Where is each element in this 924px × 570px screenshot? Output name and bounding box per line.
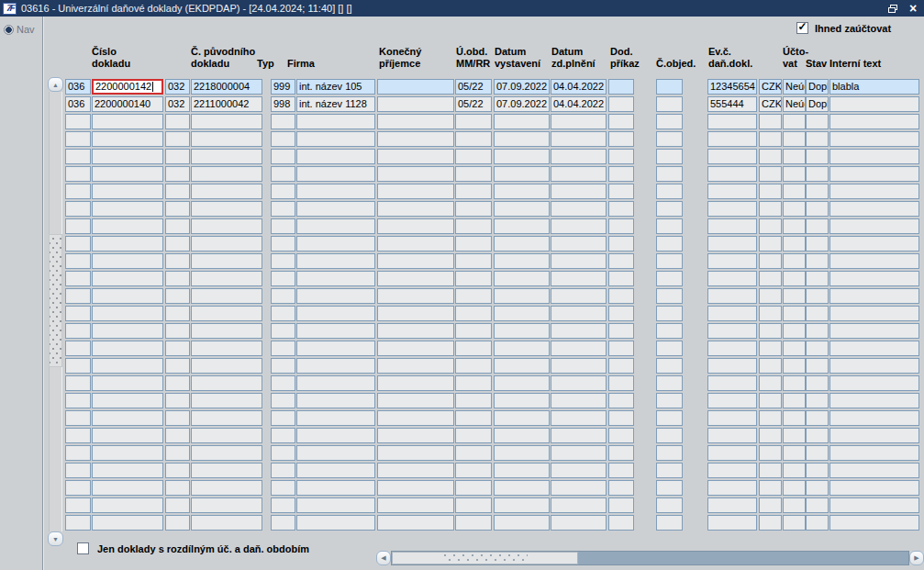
grid-cell[interactable] [165, 428, 190, 443]
grid-cell[interactable] [707, 131, 757, 147]
grid-cell[interactable] [271, 393, 295, 408]
grid-cell[interactable] [707, 410, 757, 426]
grid-cell[interactable] [806, 358, 829, 374]
grid-cell[interactable] [608, 114, 634, 129]
grid-cell[interactable] [783, 288, 806, 304]
grid-cell[interactable] [271, 149, 295, 164]
grid-cell[interactable] [165, 271, 190, 286]
grid-cell[interactable] [551, 114, 607, 129]
vertical-scrollbar-thumb[interactable] [49, 234, 62, 367]
grid-cell[interactable] [759, 288, 782, 304]
grid-cell[interactable] [165, 236, 190, 251]
grid-cell[interactable] [806, 445, 829, 461]
grid-cell[interactable] [65, 114, 91, 129]
grid-cell[interactable] [296, 428, 375, 443]
grid-cell[interactable] [707, 114, 757, 129]
grid-cell[interactable] [551, 393, 607, 408]
grid-cell[interactable] [455, 428, 492, 443]
restore-button[interactable] [886, 2, 899, 15]
grid-cell[interactable] [92, 288, 163, 304]
grid-cell[interactable]: 032 [165, 96, 190, 112]
grid-cell[interactable] [806, 480, 829, 496]
grid-cell[interactable] [656, 497, 683, 513]
grid-cell[interactable] [707, 428, 757, 443]
grid-cell[interactable] [65, 410, 91, 426]
grid-cell[interactable] [92, 341, 163, 356]
grid-cell[interactable] [806, 323, 829, 339]
grid-cell[interactable] [165, 445, 190, 461]
grid-cell[interactable] [759, 218, 782, 234]
grid-cell[interactable] [806, 184, 829, 199]
grid-cell[interactable] [829, 271, 919, 286]
grid-cell[interactable] [608, 497, 634, 513]
grid-cell[interactable] [165, 375, 190, 391]
grid-cell[interactable] [65, 358, 91, 374]
grid-cell[interactable] [551, 271, 607, 286]
grid-cell[interactable] [707, 166, 757, 182]
grid-cell[interactable] [608, 306, 634, 321]
grid-cell[interactable] [656, 131, 683, 147]
grid-cell[interactable] [455, 218, 492, 234]
grid-cell[interactable] [494, 358, 550, 374]
grid-cell[interactable] [783, 149, 806, 164]
grid-cell[interactable] [829, 393, 919, 408]
grid-cell[interactable] [608, 323, 634, 339]
grid-cell[interactable] [759, 463, 782, 478]
grid-cell[interactable] [759, 358, 782, 374]
grid-cell[interactable] [783, 323, 806, 339]
grid-cell[interactable] [271, 480, 295, 496]
grid-cell[interactable] [65, 515, 91, 531]
grid-cell[interactable] [165, 341, 190, 356]
grid-cell[interactable] [92, 358, 163, 374]
grid-cell[interactable] [759, 393, 782, 408]
grid-cell[interactable] [65, 306, 91, 321]
grid-cell[interactable] [608, 271, 634, 286]
grid-cell[interactable] [608, 410, 634, 426]
grid-cell[interactable]: int. název 105 [296, 79, 375, 95]
grid-cell[interactable] [608, 375, 634, 391]
grid-cell[interactable] [65, 236, 91, 251]
grid-cell[interactable] [759, 341, 782, 356]
grid-cell[interactable] [494, 166, 550, 182]
grid-cell[interactable] [494, 288, 550, 304]
grid-cell[interactable] [707, 184, 757, 199]
grid-cell[interactable] [806, 306, 829, 321]
grid-cell[interactable] [608, 288, 634, 304]
grid-cell[interactable] [271, 323, 295, 339]
grid-cell[interactable] [165, 149, 190, 164]
grid-cell[interactable] [271, 271, 295, 286]
grid-cell[interactable] [455, 184, 492, 199]
grid-cell[interactable]: 555444 [707, 96, 757, 112]
scroll-left-button[interactable]: ◀ [376, 551, 391, 565]
grid-cell[interactable] [759, 236, 782, 251]
grid-cell[interactable] [92, 149, 163, 164]
grid-cell[interactable] [551, 497, 607, 513]
grid-cell[interactable] [494, 463, 550, 478]
grid-cell[interactable] [455, 393, 492, 408]
grid-cell[interactable] [165, 497, 190, 513]
grid-cell[interactable] [806, 410, 829, 426]
grid-cell[interactable] [656, 410, 683, 426]
grid-cell[interactable] [829, 131, 919, 147]
grid-cell[interactable] [551, 201, 607, 217]
grid-cell[interactable] [65, 149, 91, 164]
immediate-post-checkbox[interactable]: ✓ Ihned zaúčtovat [796, 22, 891, 34]
grid-cell[interactable] [455, 375, 492, 391]
grid-cell[interactable] [191, 445, 262, 461]
grid-cell[interactable] [806, 428, 829, 443]
grid-cell[interactable] [455, 271, 492, 286]
scroll-up-button[interactable]: ▲ [48, 77, 63, 92]
grid-cell[interactable] [92, 428, 163, 443]
grid-cell[interactable] [377, 201, 454, 217]
grid-cell[interactable] [608, 253, 634, 269]
grid-cell[interactable] [656, 201, 683, 217]
grid-cell[interactable] [494, 497, 550, 513]
grid-cell[interactable] [608, 463, 634, 478]
grid-cell[interactable] [759, 149, 782, 164]
grid-cell[interactable] [707, 445, 757, 461]
grid-cell[interactable] [296, 375, 375, 391]
grid-cell[interactable] [65, 184, 91, 199]
grid-cell[interactable] [656, 184, 683, 199]
grid-cell[interactable] [377, 306, 454, 321]
grid-cell[interactable] [829, 410, 919, 426]
